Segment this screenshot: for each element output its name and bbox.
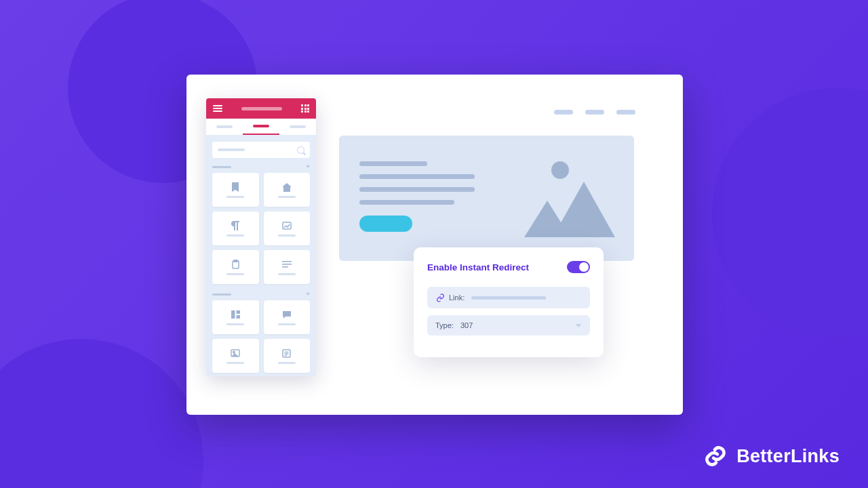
top-nav [554, 110, 635, 115]
panel-tab[interactable] [206, 119, 243, 135]
svg-rect-5 [282, 266, 288, 268]
link-icon [435, 293, 445, 302]
svg-point-10 [233, 351, 235, 352]
brand-link-icon [703, 443, 728, 469]
widget-grid [206, 173, 316, 288]
svg-rect-7 [236, 310, 240, 314]
widget-item[interactable] [212, 250, 259, 284]
bg-decor-circle [712, 88, 868, 339]
widget-item[interactable] [264, 250, 311, 284]
search-input[interactable] [212, 142, 310, 158]
panel-header [206, 98, 316, 119]
widget-item[interactable] [264, 173, 311, 207]
columns-icon [230, 309, 241, 320]
hero-block [339, 136, 634, 261]
bookmark-icon [230, 182, 241, 192]
home-icon [281, 182, 292, 192]
widget-item[interactable] [212, 211, 259, 245]
panel-tab[interactable] [279, 119, 316, 135]
hero-text-line [359, 187, 475, 192]
clipboard-icon [230, 259, 241, 270]
svg-rect-4 [282, 264, 292, 265]
list-box-icon [281, 348, 292, 359]
svg-rect-6 [231, 310, 235, 319]
sun-icon [551, 161, 569, 179]
hero-text-line [359, 161, 427, 166]
chevron-down-icon [306, 165, 310, 168]
hero-text-line [359, 174, 475, 179]
nav-item[interactable] [616, 110, 635, 115]
brand-footer: BetterLinks [703, 443, 840, 469]
hero-cta-button[interactable] [359, 216, 412, 232]
redirect-settings-card: Enable Instant Redirect Link: Type: 307 [414, 247, 604, 357]
elements-panel [206, 98, 316, 376]
chevron-down-icon [575, 324, 582, 327]
text-lines-icon [281, 259, 292, 270]
mountain-icon [553, 182, 615, 237]
picture-icon [230, 348, 241, 359]
panel-tab[interactable] [243, 119, 279, 135]
instant-redirect-toggle[interactable] [567, 261, 590, 273]
link-value-placeholder [471, 296, 546, 300]
bg-decor-circle [0, 339, 203, 488]
panel-title-placeholder [241, 107, 282, 110]
link-label: Link: [449, 293, 465, 302]
paragraph-icon [230, 220, 241, 231]
panel-tabs [206, 119, 316, 135]
svg-rect-2 [234, 260, 237, 262]
image-frame-icon [281, 220, 292, 231]
section-header[interactable] [212, 163, 310, 170]
type-value: 307 [460, 321, 473, 329]
hero-text-line [359, 200, 454, 205]
widget-item[interactable] [264, 339, 311, 373]
widget-item[interactable] [212, 339, 259, 373]
nav-item[interactable] [585, 110, 604, 115]
menu-icon[interactable] [213, 105, 222, 112]
popup-title: Enable Instant Redirect [427, 262, 529, 272]
link-field[interactable]: Link: [427, 287, 590, 308]
chat-icon [281, 309, 292, 320]
svg-rect-8 [236, 315, 240, 319]
nav-item[interactable] [554, 110, 573, 115]
widget-item[interactable] [212, 173, 259, 207]
search-icon [297, 146, 304, 154]
chevron-down-icon [306, 293, 310, 296]
brand-name: BetterLinks [736, 446, 840, 467]
widget-item[interactable] [212, 300, 259, 334]
apps-grid-icon[interactable] [301, 104, 309, 113]
page-canvas: Enable Instant Redirect Link: Type: 307 [186, 75, 683, 415]
svg-rect-3 [282, 261, 292, 262]
widget-grid [206, 300, 316, 376]
widget-item[interactable] [264, 300, 311, 334]
hero-image-placeholder [519, 156, 614, 237]
section-header[interactable] [212, 291, 310, 298]
widget-item[interactable] [264, 211, 311, 245]
search-placeholder [218, 148, 245, 151]
type-label: Type: [435, 321, 454, 329]
type-select[interactable]: Type: 307 [427, 315, 590, 336]
